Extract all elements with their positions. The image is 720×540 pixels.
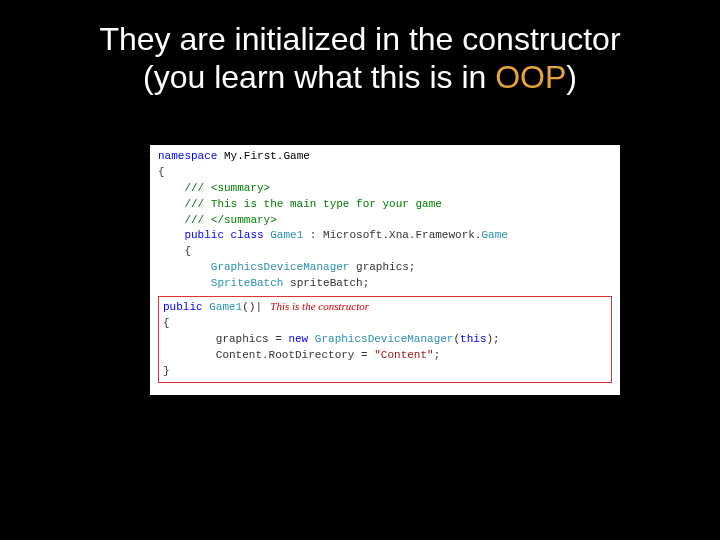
code-comment: /// This is the main type for your game xyxy=(158,197,612,213)
code-line: Content.RootDirectory = "Content"; xyxy=(163,348,607,364)
title-line2-prefix: (you learn what this is in xyxy=(143,59,495,95)
title-line1: They are initialized in the constructor xyxy=(99,21,620,57)
code-line: graphics = new GraphicsDeviceManager(thi… xyxy=(163,332,607,348)
constructor-highlight-box: public Game1()| This is the constructor … xyxy=(158,296,612,383)
title-line2-suffix: ) xyxy=(566,59,577,95)
code-comment: /// </summary> xyxy=(158,213,612,229)
code-line: } xyxy=(163,364,607,380)
code-line: { xyxy=(163,316,607,332)
constructor-annotation: This is the constructor xyxy=(262,300,369,312)
slide: They are initialized in the constructor … xyxy=(0,0,720,540)
code-line: namespace My.First.Game xyxy=(158,149,612,165)
code-line: { xyxy=(158,165,612,181)
code-line: public Game1()| This is the constructor xyxy=(163,299,607,316)
code-snippet: namespace My.First.Game { /// <summary> … xyxy=(150,145,620,395)
code-line: { xyxy=(158,244,612,260)
title-oop: OOP xyxy=(495,59,566,95)
code-line: SpriteBatch spriteBatch; xyxy=(158,276,612,292)
code-comment: /// <summary> xyxy=(158,181,612,197)
code-line: public class Game1 : Microsoft.Xna.Frame… xyxy=(158,228,612,244)
code-line: GraphicsDeviceManager graphics; xyxy=(158,260,612,276)
slide-title: They are initialized in the constructor … xyxy=(0,0,720,97)
